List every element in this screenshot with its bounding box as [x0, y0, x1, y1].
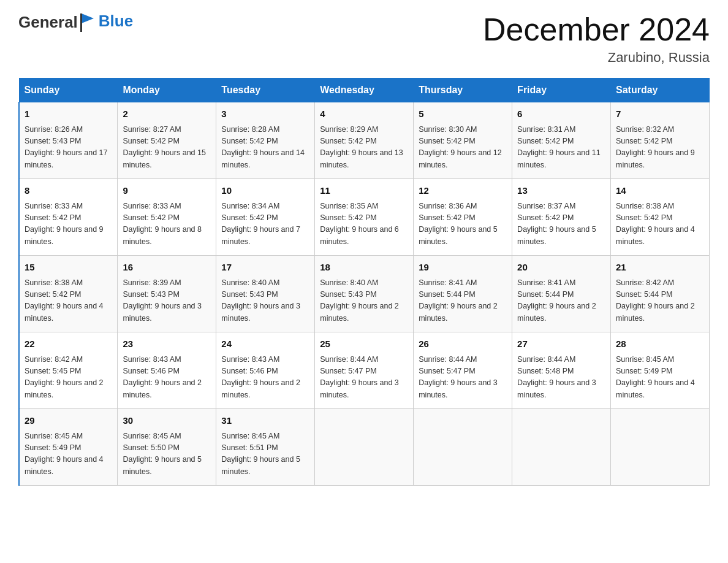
header-tuesday: Tuesday [216, 79, 315, 102]
calendar-cell [315, 409, 414, 486]
day-info: Sunrise: 8:32 AMSunset: 5:42 PMDaylight:… [616, 124, 704, 172]
logo-flag-icon [79, 12, 96, 32]
calendar-cell: 10Sunrise: 8:34 AMSunset: 5:42 PMDayligh… [216, 179, 315, 256]
day-info: Sunrise: 8:40 AMSunset: 5:43 PMDaylight:… [221, 277, 309, 325]
day-number: 6 [517, 107, 605, 121]
logo-blue: Blue [99, 12, 133, 30]
day-number: 23 [123, 337, 211, 351]
calendar-cell: 13Sunrise: 8:37 AMSunset: 5:42 PMDayligh… [512, 179, 611, 256]
day-info: Sunrise: 8:42 AMSunset: 5:44 PMDaylight:… [616, 277, 704, 325]
day-number: 14 [616, 184, 704, 198]
day-info: Sunrise: 8:27 AMSunset: 5:42 PMDaylight:… [123, 124, 211, 172]
day-number: 28 [616, 337, 704, 351]
calendar-cell [414, 409, 512, 486]
calendar-cell: 24Sunrise: 8:43 AMSunset: 5:46 PMDayligh… [216, 332, 315, 409]
calendar-cell: 6Sunrise: 8:31 AMSunset: 5:42 PMDaylight… [512, 102, 611, 179]
day-info: Sunrise: 8:41 AMSunset: 5:44 PMDaylight:… [517, 277, 605, 325]
day-info: Sunrise: 8:45 AMSunset: 5:50 PMDaylight:… [123, 431, 211, 478]
day-number: 16 [123, 261, 211, 275]
calendar-week-5: 29Sunrise: 8:45 AMSunset: 5:49 PMDayligh… [19, 409, 710, 486]
day-info: Sunrise: 8:44 AMSunset: 5:48 PMDaylight:… [517, 354, 605, 402]
page-header: General Blue December 2024 Zarubino, Rus… [18, 12, 710, 66]
logo-general: General [18, 13, 78, 32]
day-info: Sunrise: 8:38 AMSunset: 5:42 PMDaylight:… [616, 201, 704, 248]
location: Zarubino, Russia [483, 50, 710, 66]
calendar-cell [611, 409, 710, 486]
day-info: Sunrise: 8:40 AMSunset: 5:43 PMDaylight:… [320, 277, 408, 325]
day-number: 5 [419, 107, 507, 121]
days-header-row: SundayMondayTuesdayWednesdayThursdayFrid… [19, 79, 710, 102]
calendar-week-4: 22Sunrise: 8:42 AMSunset: 5:45 PMDayligh… [19, 332, 710, 409]
calendar-cell: 14Sunrise: 8:38 AMSunset: 5:42 PMDayligh… [611, 179, 710, 256]
title-block: December 2024 Zarubino, Russia [483, 12, 710, 66]
day-number: 4 [320, 107, 408, 121]
header-saturday: Saturday [611, 79, 710, 102]
day-number: 11 [320, 184, 408, 198]
logo: General Blue [18, 12, 133, 32]
day-number: 3 [221, 107, 309, 121]
calendar-cell: 9Sunrise: 8:33 AMSunset: 5:42 PMDaylight… [118, 179, 216, 256]
calendar-cell: 2Sunrise: 8:27 AMSunset: 5:42 PMDaylight… [118, 102, 216, 179]
day-info: Sunrise: 8:30 AMSunset: 5:42 PMDaylight:… [419, 124, 507, 172]
calendar-cell: 20Sunrise: 8:41 AMSunset: 5:44 PMDayligh… [512, 256, 611, 332]
day-number: 13 [517, 184, 605, 198]
day-number: 9 [123, 184, 211, 198]
calendar-week-3: 15Sunrise: 8:38 AMSunset: 5:42 PMDayligh… [19, 256, 710, 332]
calendar-cell: 22Sunrise: 8:42 AMSunset: 5:45 PMDayligh… [19, 332, 118, 409]
day-info: Sunrise: 8:45 AMSunset: 5:49 PMDaylight:… [616, 354, 704, 402]
day-number: 27 [517, 337, 605, 351]
day-number: 24 [221, 337, 309, 351]
day-number: 31 [221, 414, 309, 428]
day-number: 25 [320, 337, 408, 351]
calendar-cell: 12Sunrise: 8:36 AMSunset: 5:42 PMDayligh… [414, 179, 512, 256]
calendar-cell: 7Sunrise: 8:32 AMSunset: 5:42 PMDaylight… [611, 102, 710, 179]
day-info: Sunrise: 8:37 AMSunset: 5:42 PMDaylight:… [517, 201, 605, 248]
day-info: Sunrise: 8:26 AMSunset: 5:43 PMDaylight:… [25, 124, 112, 172]
day-number: 19 [419, 261, 507, 275]
calendar-cell: 15Sunrise: 8:38 AMSunset: 5:42 PMDayligh… [19, 256, 118, 332]
calendar-cell: 5Sunrise: 8:30 AMSunset: 5:42 PMDaylight… [414, 102, 512, 179]
day-info: Sunrise: 8:44 AMSunset: 5:47 PMDaylight:… [419, 354, 507, 402]
day-info: Sunrise: 8:29 AMSunset: 5:42 PMDaylight:… [320, 124, 408, 172]
day-info: Sunrise: 8:43 AMSunset: 5:46 PMDaylight:… [221, 354, 309, 402]
header-wednesday: Wednesday [315, 79, 414, 102]
day-info: Sunrise: 8:31 AMSunset: 5:42 PMDaylight:… [517, 124, 605, 172]
calendar-cell: 17Sunrise: 8:40 AMSunset: 5:43 PMDayligh… [216, 256, 315, 332]
day-info: Sunrise: 8:39 AMSunset: 5:43 PMDaylight:… [123, 277, 211, 325]
calendar-cell [512, 409, 611, 486]
calendar-cell: 27Sunrise: 8:44 AMSunset: 5:48 PMDayligh… [512, 332, 611, 409]
day-info: Sunrise: 8:35 AMSunset: 5:42 PMDaylight:… [320, 201, 408, 248]
calendar-cell: 3Sunrise: 8:28 AMSunset: 5:42 PMDaylight… [216, 102, 315, 179]
calendar-cell: 29Sunrise: 8:45 AMSunset: 5:49 PMDayligh… [19, 409, 118, 486]
day-number: 12 [419, 184, 507, 198]
day-info: Sunrise: 8:45 AMSunset: 5:51 PMDaylight:… [221, 431, 309, 478]
day-info: Sunrise: 8:28 AMSunset: 5:42 PMDaylight:… [221, 124, 309, 172]
day-number: 8 [25, 184, 112, 198]
day-number: 7 [616, 107, 704, 121]
svg-rect-1 [80, 13, 82, 32]
calendar-cell: 25Sunrise: 8:44 AMSunset: 5:47 PMDayligh… [315, 332, 414, 409]
day-info: Sunrise: 8:33 AMSunset: 5:42 PMDaylight:… [25, 201, 112, 248]
calendar-cell: 28Sunrise: 8:45 AMSunset: 5:49 PMDayligh… [611, 332, 710, 409]
day-number: 20 [517, 261, 605, 275]
day-info: Sunrise: 8:36 AMSunset: 5:42 PMDaylight:… [419, 201, 507, 248]
header-friday: Friday [512, 79, 611, 102]
calendar-table: SundayMondayTuesdayWednesdayThursdayFrid… [18, 78, 710, 486]
day-info: Sunrise: 8:43 AMSunset: 5:46 PMDaylight:… [123, 354, 211, 402]
calendar-cell: 8Sunrise: 8:33 AMSunset: 5:42 PMDaylight… [19, 179, 118, 256]
day-number: 2 [123, 107, 211, 121]
day-number: 1 [25, 107, 112, 121]
header-sunday: Sunday [19, 79, 118, 102]
calendar-cell: 26Sunrise: 8:44 AMSunset: 5:47 PMDayligh… [414, 332, 512, 409]
day-info: Sunrise: 8:41 AMSunset: 5:44 PMDaylight:… [419, 277, 507, 325]
header-thursday: Thursday [414, 79, 512, 102]
calendar-cell: 19Sunrise: 8:41 AMSunset: 5:44 PMDayligh… [414, 256, 512, 332]
svg-marker-0 [82, 13, 94, 23]
calendar-week-1: 1Sunrise: 8:26 AMSunset: 5:43 PMDaylight… [19, 102, 710, 179]
day-number: 10 [221, 184, 309, 198]
calendar-cell: 21Sunrise: 8:42 AMSunset: 5:44 PMDayligh… [611, 256, 710, 332]
day-number: 18 [320, 261, 408, 275]
calendar-week-2: 8Sunrise: 8:33 AMSunset: 5:42 PMDaylight… [19, 179, 710, 256]
calendar-cell: 23Sunrise: 8:43 AMSunset: 5:46 PMDayligh… [118, 332, 216, 409]
day-info: Sunrise: 8:42 AMSunset: 5:45 PMDaylight:… [25, 354, 112, 402]
